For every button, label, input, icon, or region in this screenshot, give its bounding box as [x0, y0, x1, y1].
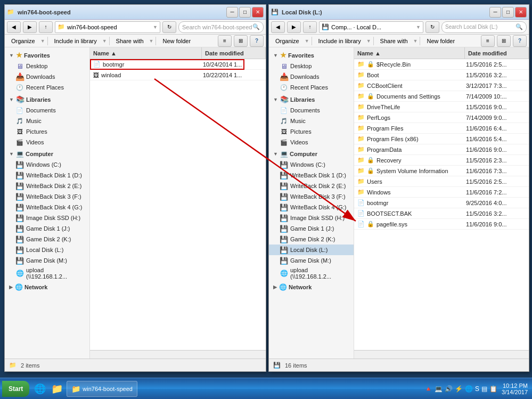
view-icon-btn[interactable]: ⊞	[234, 35, 248, 47]
table-row[interactable]: 📁 DriveTheLife 11/5/2016 9:0...	[354, 102, 529, 112]
right-libraries-header[interactable]: ▼ 📚 Libraries	[269, 94, 354, 105]
right-sidebar-music[interactable]: 🎵 Music	[269, 116, 354, 126]
right-sidebar-k[interactable]: 💾 Game Disk 2 (K:)	[269, 234, 354, 245]
sidebar-item-videos[interactable]: 🎬 Videos	[5, 137, 89, 148]
right-sidebar-pictures[interactable]: 🖼 Pictures	[269, 126, 354, 137]
right-share-menu[interactable]: Share with	[376, 37, 412, 45]
right-new-folder-btn[interactable]: New folder	[422, 37, 459, 45]
sidebar-item-e[interactable]: 💾 WriteBack Disk 2 (E:)	[5, 181, 89, 191]
table-row[interactable]: 📁 Boot 11/5/2016 3:2...	[354, 70, 529, 80]
taskbar-folder-icon[interactable]: 📁	[50, 381, 64, 396]
computer-header[interactable]: ▼ 💻 Computer	[5, 149, 89, 159]
sidebar-item-c[interactable]: 💾 Windows (C:)	[5, 159, 89, 170]
right-name-col-header[interactable]: Name ▲	[354, 47, 465, 59]
left-hscrollbar[interactable]	[90, 350, 266, 359]
right-sidebar-downloads[interactable]: 📥 Downloads	[269, 71, 354, 82]
right-sidebar-desktop[interactable]: 🖥 Desktop	[269, 61, 354, 71]
search-bar[interactable]: Search win764-boot-speed 🔍	[178, 21, 264, 33]
sidebar-item-f[interactable]: 💾 WriteBack Disk 3 (F:)	[5, 191, 89, 202]
right-sidebar-h[interactable]: 💾 Image Disk SSD (H:)	[269, 213, 354, 223]
up-button[interactable]: ↑	[39, 21, 53, 33]
right-sidebar-upload[interactable]: 🌐 upload (\\192.168.1.2...	[269, 266, 354, 281]
right-sidebar-l[interactable]: 💾 Local Disk (L:)	[269, 245, 354, 255]
taskbar-browser-icon[interactable]: 🌐	[32, 381, 47, 396]
right-network-header[interactable]: ▶ 🌐 Network	[269, 282, 354, 292]
sidebar-item-d[interactable]: 💾 WriteBack Disk 1 (D:)	[5, 170, 89, 181]
right-address-bar[interactable]: 💾 Comp... · Local D... ▼	[319, 21, 423, 33]
share-menu[interactable]: Share with	[112, 37, 148, 45]
right-close-button[interactable]: ✕	[515, 7, 527, 18]
taskbar-app-item[interactable]: 📁 win764-boot-speed	[67, 381, 137, 397]
sidebar-item-music[interactable]: 🎵 Music	[5, 116, 89, 126]
right-refresh-button[interactable]: ↻	[425, 21, 439, 33]
table-row[interactable]: 📄 🔒 pagefile.sys 11/6/2016 9:0...	[354, 219, 529, 230]
sidebar-item-network-share[interactable]: 🌐 upload (\\192.168.1.2...	[5, 266, 89, 281]
right-forward-button[interactable]: ▶	[287, 21, 301, 33]
right-organize-menu[interactable]: Organize	[271, 37, 304, 45]
address-bar[interactable]: 📁 win764-boot-speed ▼	[55, 21, 160, 33]
sidebar-item-pictures[interactable]: 🖼 Pictures	[5, 126, 89, 137]
organize-menu[interactable]: Organize	[7, 37, 39, 45]
new-folder-btn[interactable]: New folder	[158, 37, 195, 45]
table-row[interactable]: 📄 bootmgr 9/25/2016 4:0...	[354, 198, 529, 208]
table-row[interactable]: 📁 🔒 System Volume Information 11/6/2016 …	[354, 166, 529, 176]
table-row[interactable]: 📁 CCBootClient 3/12/2017 7:3...	[354, 80, 529, 91]
date-col-header[interactable]: Date modified	[202, 47, 266, 59]
view-list-btn[interactable]: ≡	[218, 35, 232, 47]
include-menu[interactable]: Include in library	[50, 37, 101, 45]
right-maximize-button[interactable]: □	[502, 7, 514, 18]
right-minimize-button[interactable]: ─	[489, 7, 501, 18]
maximize-button[interactable]: □	[239, 7, 251, 18]
table-row[interactable]: 📁 🔒 $Recycle.Bin 11/5/2016 2:5...	[354, 59, 529, 70]
sidebar-item-l[interactable]: 💾 Local Disk (L:)	[5, 245, 89, 255]
table-row[interactable]: 📁 Users 11/5/2016 2:5...	[354, 176, 529, 187]
right-view-list-btn[interactable]: ≡	[481, 35, 495, 47]
back-button[interactable]: ◀	[7, 21, 21, 33]
sidebar-item-g[interactable]: 💾 WriteBack Disk 4 (G:)	[5, 202, 89, 213]
right-sidebar-recent[interactable]: 🕐 Recent Places	[269, 82, 354, 93]
minimize-button[interactable]: ─	[226, 7, 238, 18]
right-favorites-header[interactable]: ▼ ★ Favorites	[269, 50, 354, 61]
sidebar-item-k[interactable]: 💾 Game Disk 2 (K:)	[5, 234, 89, 245]
right-search-bar[interactable]: Search Local Disk (L:) 🔍	[441, 21, 527, 33]
right-view-icon-btn[interactable]: ⊞	[497, 35, 511, 47]
forward-button[interactable]: ▶	[23, 21, 37, 33]
sidebar-item-documents[interactable]: 📄 Documents	[5, 105, 89, 116]
right-sidebar-videos[interactable]: 🎬 Videos	[269, 137, 354, 148]
table-row[interactable]: 📁 Program Files (x86) 11/6/2016 5:4...	[354, 134, 529, 144]
favorites-header[interactable]: ▼ ★ Favorites	[5, 50, 89, 61]
table-row[interactable]: 📁 🔒 Recovery 11/5/2016 2:3...	[354, 155, 529, 166]
table-row[interactable]: 🖼 winload 10/22/2014 1...	[90, 70, 266, 80]
start-button[interactable]: Start	[2, 381, 29, 397]
table-row[interactable]: 📁 🔒 Documents and Settings 7/14/2009 10:…	[354, 91, 529, 102]
right-date-col-header[interactable]: Date modified	[465, 47, 529, 59]
table-row[interactable]: 📁 Windows 11/6/2016 7:2...	[354, 187, 529, 198]
right-hscrollbar[interactable]	[354, 350, 529, 359]
sidebar-item-h[interactable]: 💾 Image Disk SSD (H:)	[5, 213, 89, 223]
right-sidebar-j[interactable]: 💾 Game Disk 1 (J:)	[269, 223, 354, 234]
table-row[interactable]: 📁 ProgramData 11/6/2016 9:0...	[354, 144, 529, 155]
help-btn[interactable]: ?	[250, 35, 264, 47]
sidebar-item-recent[interactable]: 🕐 Recent Places	[5, 82, 89, 93]
right-sidebar-e[interactable]: 💾 WriteBack Disk 2 (E:)	[269, 181, 354, 191]
right-back-button[interactable]: ◀	[271, 21, 285, 33]
table-row[interactable]: 📄 bootmgr 10/24/2014 1...	[90, 59, 266, 70]
right-sidebar-f[interactable]: 💾 WriteBack Disk 3 (F:)	[269, 191, 354, 202]
right-computer-header[interactable]: ▼ 💻 Computer	[269, 149, 354, 159]
close-button[interactable]: ✕	[252, 7, 264, 18]
right-sidebar-g[interactable]: 💾 WriteBack Disk 4 (G:)	[269, 202, 354, 213]
right-sidebar-m[interactable]: 💾 Game Disk (M:)	[269, 255, 354, 266]
right-sidebar-c[interactable]: 💾 Windows (C:)	[269, 159, 354, 170]
right-help-btn[interactable]: ?	[513, 35, 527, 47]
right-sidebar-docs[interactable]: 📄 Documents	[269, 105, 354, 116]
table-row[interactable]: 📄 BOOTSECT.BAK 11/5/2016 3:2...	[354, 208, 529, 219]
sidebar-item-m[interactable]: 💾 Game Disk (M:)	[5, 255, 89, 266]
sidebar-item-downloads[interactable]: 📥 Downloads	[5, 71, 89, 82]
right-up-button[interactable]: ↑	[303, 21, 317, 33]
refresh-button[interactable]: ↻	[162, 21, 176, 33]
libraries-header[interactable]: ▼ 📚 Libraries	[5, 94, 89, 105]
right-sidebar-d[interactable]: 💾 WriteBack Disk 1 (D:)	[269, 170, 354, 181]
sidebar-item-j[interactable]: 💾 Game Disk 1 (J:)	[5, 223, 89, 234]
network-header[interactable]: ▶ 🌐 Network	[5, 282, 89, 292]
sidebar-item-desktop[interactable]: 🖥 Desktop	[5, 61, 89, 71]
